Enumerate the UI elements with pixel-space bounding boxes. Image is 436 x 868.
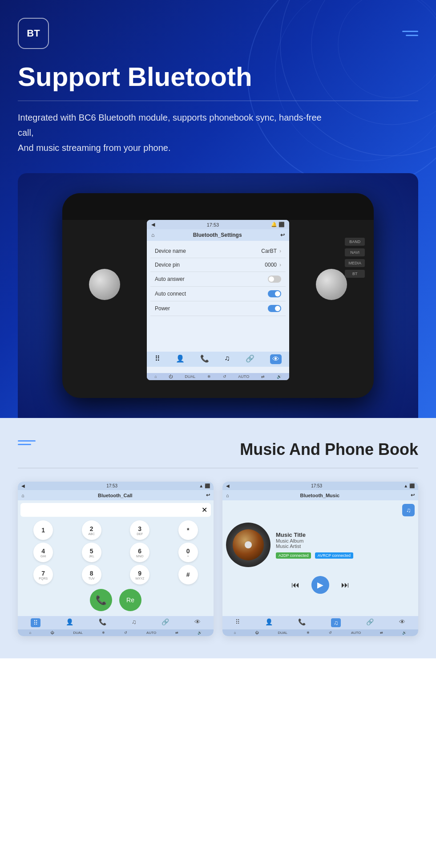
music-bottom-nav: ⠿ 👤 📞 ♫ 🔗 👁: [222, 616, 418, 629]
back-icon[interactable]: ↩: [280, 232, 285, 238]
device-pin-row[interactable]: Device pin 0000 ›: [150, 258, 286, 272]
dial-key-5[interactable]: 5JKL: [82, 543, 101, 562]
band-btn[interactable]: BAND: [345, 238, 365, 246]
music-back-arrow[interactable]: ◀: [226, 483, 230, 488]
call-home-icon[interactable]: ⌂: [21, 493, 24, 498]
back-arrow[interactable]: ◀: [151, 222, 155, 227]
dial-key-6[interactable]: 6MNO: [130, 543, 149, 562]
play-btn[interactable]: ▶: [311, 576, 329, 594]
ctrl-power[interactable]: ⏻: [169, 374, 173, 379]
ctrl3-mode[interactable]: ⇄: [380, 631, 383, 635]
nav-music-icon-music[interactable]: ♫: [331, 618, 341, 627]
ctrl-mode[interactable]: ⇄: [261, 374, 265, 379]
a2dp-tag: A2DP connected: [276, 552, 311, 559]
ctrl2-fan[interactable]: ❄: [102, 631, 105, 635]
nav-bt-icon-music[interactable]: 🔗: [366, 618, 374, 627]
ctrl2-ac[interactable]: ↺: [124, 631, 127, 635]
auto-connect-toggle[interactable]: [268, 290, 281, 297]
menu-icon[interactable]: [402, 31, 418, 36]
album-center: [245, 541, 252, 548]
call-status-icons: ▲ ⬛: [199, 483, 210, 488]
ctrl3-vol[interactable]: 🔊: [402, 631, 407, 635]
dial-key-7[interactable]: 7PQRS: [33, 565, 53, 584]
dial-key-4[interactable]: 4GHI: [33, 543, 53, 562]
power-row[interactable]: Power: [150, 301, 286, 316]
music-menu-icon[interactable]: [18, 440, 36, 445]
ctrl-home[interactable]: ⌂: [154, 374, 157, 379]
ctrl3-ac[interactable]: ↺: [329, 631, 332, 635]
ctrl-dual[interactable]: DUAL: [185, 374, 195, 379]
ctrl2-power[interactable]: ⏻: [50, 631, 54, 635]
auto-answer-toggle[interactable]: [268, 276, 281, 283]
nav-contacts-icon[interactable]: 👤: [176, 354, 185, 364]
nav-music-icon-call[interactable]: ♫: [132, 618, 137, 627]
dial-key-2[interactable]: 2ABC: [82, 520, 101, 540]
nav-contacts-icon-music[interactable]: 👤: [265, 618, 273, 627]
recall-button[interactable]: Re: [119, 589, 141, 611]
chevron-right-icon: ›: [279, 248, 281, 254]
nav-phone-icon-music[interactable]: 📞: [298, 618, 306, 627]
ctrl2-mode[interactable]: ⇄: [175, 631, 178, 635]
call-back-icon[interactable]: ↩: [206, 492, 210, 498]
ctrl2-dual[interactable]: DUAL: [73, 631, 83, 635]
ctrl3-dual[interactable]: DUAL: [278, 631, 287, 635]
call-screen: ◀ 17:53 ▲ ⬛ ⌂ Bluetooth_Call ↩ ✕ 1 2ABC: [18, 482, 214, 636]
music-note-btn[interactable]: ♫: [402, 504, 415, 516]
bt-btn[interactable]: BT: [345, 270, 365, 278]
screen-titlebar: ⌂ Bluetooth_Settings ↩: [147, 229, 289, 241]
ctrl3-power[interactable]: ⏻: [255, 631, 258, 635]
dial-key-1[interactable]: 1: [33, 520, 53, 540]
ctrl3-fan[interactable]: ❄: [307, 631, 310, 635]
nav-music-icon[interactable]: ♫: [225, 354, 230, 364]
prev-track-btn[interactable]: ⏮: [288, 578, 303, 592]
chevron-right-icon2: ›: [279, 262, 281, 268]
ctrl3-auto[interactable]: AUTO: [351, 631, 361, 635]
svg-point-0: [280, 0, 436, 156]
nav-bt-icon-call[interactable]: 🔗: [161, 618, 169, 627]
auto-answer-row[interactable]: Auto answer: [150, 272, 286, 287]
ctrl2-auto[interactable]: AUTO: [146, 631, 156, 635]
nav-apps-icon-call[interactable]: ⠿: [31, 618, 40, 627]
car-dashboard: BAND NAVI MEDIA BT ◀ 17:53 🔔 ⬛ ⌂: [62, 193, 374, 398]
dial-key-9[interactable]: 9WXYZ: [130, 565, 149, 584]
ctrl-fan[interactable]: ❄: [207, 374, 211, 379]
next-track-btn[interactable]: ⏭: [338, 578, 352, 592]
dial-key-0[interactable]: 0+: [178, 543, 198, 562]
nav-settings-icon-call[interactable]: 👁: [194, 618, 201, 627]
nav-apps-icon-music[interactable]: ⠿: [235, 618, 240, 627]
dial-key-star[interactable]: *: [178, 520, 198, 540]
call-back-arrow[interactable]: ◀: [21, 483, 25, 488]
ctrl2-home[interactable]: ⌂: [29, 631, 32, 635]
auto-connect-row[interactable]: Auto connect: [150, 287, 286, 301]
dial-key-3[interactable]: 3DEF: [130, 520, 149, 540]
device-name-row[interactable]: Device name CarBT ›: [150, 244, 286, 258]
dial-input[interactable]: ✕: [20, 503, 211, 517]
main-car-screen: ◀ 17:53 🔔 ⬛ ⌂ Bluetooth_Settings ↩ Devic…: [147, 220, 289, 380]
nav-settings-icon[interactable]: 👁: [270, 354, 282, 364]
call-button[interactable]: 📞: [90, 589, 112, 611]
dial-key-8[interactable]: 8TUV: [82, 565, 101, 584]
nav-contacts-icon-call[interactable]: 👤: [66, 618, 73, 627]
nav-bt-icon[interactable]: 🔗: [246, 354, 254, 364]
ctrl-vol[interactable]: 🔊: [277, 374, 282, 379]
clear-icon[interactable]: ✕: [202, 506, 207, 514]
nav-phone-icon[interactable]: 📞: [200, 354, 209, 364]
ctrl-auto[interactable]: AUTO: [238, 374, 249, 379]
nav-phone-icon-call[interactable]: 📞: [99, 618, 106, 627]
media-btn[interactable]: MEDIA: [345, 259, 365, 267]
music-back-icon[interactable]: ↩: [411, 492, 415, 498]
music-home-icon[interactable]: ⌂: [226, 493, 229, 498]
nav-apps-icon[interactable]: ⠿: [155, 354, 160, 364]
dial-key-hash[interactable]: #: [178, 565, 198, 584]
nav-settings-icon-music[interactable]: 👁: [399, 618, 405, 627]
music-divider: [18, 468, 418, 468]
ctrl3-home[interactable]: ⌂: [234, 631, 236, 635]
ctrl2-vol[interactable]: 🔊: [198, 631, 202, 635]
power-toggle[interactable]: [268, 305, 281, 312]
home-icon[interactable]: ⌂: [151, 232, 154, 238]
auto-answer-label: Auto answer: [155, 276, 185, 282]
screen-content: Device name CarBT › Device pin 0000 ›: [147, 241, 289, 320]
screen-statusbar: ◀ 17:53 🔔 ⬛: [147, 220, 289, 229]
navi-btn[interactable]: NAVI: [345, 248, 365, 256]
ctrl-ac[interactable]: ↺: [223, 374, 226, 379]
